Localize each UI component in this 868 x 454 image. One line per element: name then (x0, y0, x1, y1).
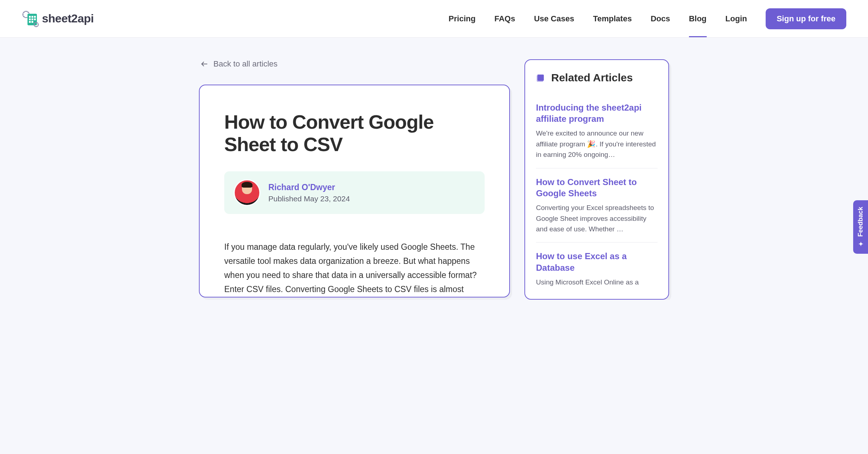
svg-rect-3 (31, 16, 33, 18)
related-link-convert-sheet[interactable]: How to Convert Sheet to Google Sheets (536, 176, 658, 199)
article-card: How to Convert Google Sheet to CSV Richa… (199, 85, 510, 297)
related-desc: Using Microsoft Excel Online as a (536, 277, 658, 287)
related-articles-card: Related Articles Introducing the sheet2a… (524, 59, 669, 300)
svg-rect-7 (34, 18, 36, 20)
svg-rect-5 (29, 18, 31, 20)
related-link-affiliate[interactable]: Introducing the sheet2api affiliate prog… (536, 102, 658, 124)
related-item: How to Convert Sheet to Google Sheets Co… (536, 168, 658, 243)
article-title: How to Convert Google Sheet to CSV (224, 111, 485, 155)
author-box: Richard O'Dwyer Published May 23, 2024 (224, 171, 485, 214)
article-body: If you manage data regularly, you've lik… (224, 240, 485, 296)
article-list-icon (536, 73, 545, 82)
sidebar: Related Articles Introducing the sheet2a… (524, 59, 669, 300)
svg-rect-4 (34, 16, 36, 18)
nav-login[interactable]: Login (726, 0, 747, 37)
publish-date: Published May 23, 2024 (268, 194, 350, 203)
back-link-label: Back to all articles (213, 59, 277, 69)
main-nav: Pricing FAQs Use Cases Templates Docs Bl… (448, 0, 846, 37)
nav-docs[interactable]: Docs (651, 0, 670, 37)
nav-faqs[interactable]: FAQs (494, 0, 515, 37)
sparkle-icon: ✦ (857, 240, 864, 247)
signup-button[interactable]: Sign up for free (766, 8, 846, 29)
arrow-left-icon (200, 60, 208, 68)
related-desc: We're excited to announce our new affili… (536, 128, 658, 160)
back-to-articles-link[interactable]: Back to all articles (199, 59, 510, 69)
site-header: sheet2api Pricing FAQs Use Cases Templat… (0, 0, 868, 38)
related-heading: Related Articles (551, 72, 633, 84)
brand-name: sheet2api (42, 12, 94, 25)
nav-blog[interactable]: Blog (689, 0, 707, 37)
author-name-link[interactable]: Richard O'Dwyer (268, 183, 350, 192)
svg-rect-2 (29, 16, 31, 18)
related-link-excel-db[interactable]: How to use Excel as a Database (536, 250, 658, 273)
feedback-tab[interactable]: Feedback ✦ (853, 200, 868, 254)
svg-rect-9 (31, 21, 33, 23)
svg-rect-6 (31, 18, 33, 20)
feedback-label: Feedback (857, 207, 864, 237)
related-item: How to use Excel as a Database Using Mic… (536, 243, 658, 287)
related-desc: Converting your Excel spreadsheets to Go… (536, 202, 658, 234)
related-item: Introducing the sheet2api affiliate prog… (536, 94, 658, 168)
brand-logo[interactable]: sheet2api (22, 10, 94, 27)
logo-icon (22, 10, 39, 27)
nav-templates[interactable]: Templates (593, 0, 632, 37)
nav-pricing[interactable]: Pricing (448, 0, 476, 37)
nav-use-cases[interactable]: Use Cases (534, 0, 574, 37)
author-avatar (234, 179, 260, 206)
svg-rect-8 (29, 21, 31, 23)
